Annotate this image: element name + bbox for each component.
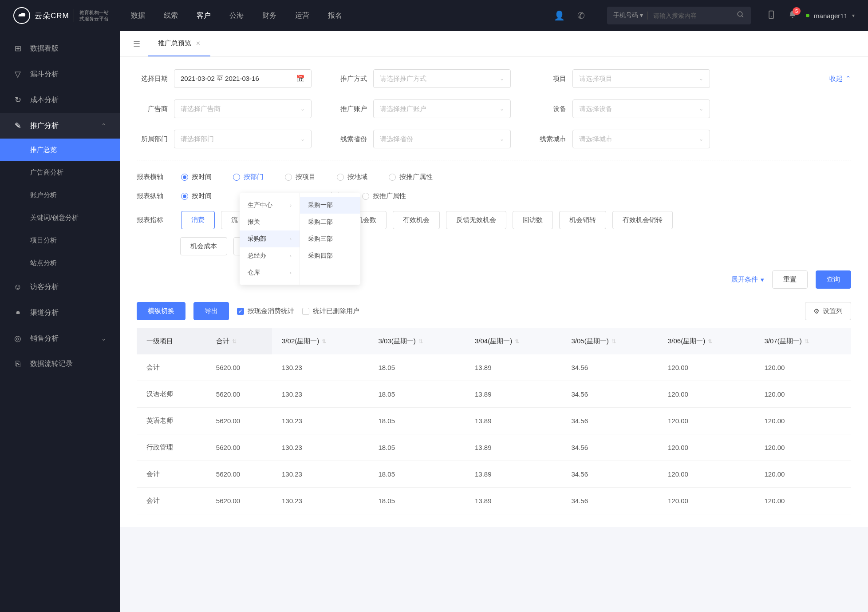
- metric-button[interactable]: 有效机会销转: [612, 211, 673, 229]
- radio-icon: [233, 174, 240, 181]
- chevron-down-icon: ⌄: [699, 106, 703, 112]
- top-nav-item[interactable]: 线索: [164, 11, 178, 20]
- top-nav-item[interactable]: 财务: [262, 11, 276, 20]
- radio-option[interactable]: 按部门: [233, 173, 264, 181]
- checkbox-deleted-users[interactable]: 统计已删除用户: [302, 307, 359, 315]
- search-input[interactable]: [648, 12, 737, 19]
- filter-select[interactable]: 请选择城市⌄: [572, 130, 710, 148]
- chevron-right-icon: ›: [290, 203, 292, 208]
- chevron-down-icon: ⌄: [500, 106, 504, 112]
- sidebar-item[interactable]: ⚭渠道分析: [0, 300, 120, 326]
- top-nav-item[interactable]: 数据: [131, 11, 145, 20]
- tab-promotion-overview[interactable]: 推广总预览 ✕: [148, 31, 210, 56]
- cascader-item[interactable]: 采购部›: [240, 230, 300, 247]
- search-icon[interactable]: [737, 11, 745, 20]
- mobile-icon[interactable]: [767, 9, 776, 22]
- table-header[interactable]: 3/06(星期一)⇅: [658, 328, 754, 354]
- switch-axis-button[interactable]: 横纵切换: [137, 302, 185, 320]
- cascader-item[interactable]: 采购一部: [300, 197, 360, 214]
- sidebar-sub-item[interactable]: 广告商分析: [0, 161, 120, 184]
- bell-icon[interactable]: 5: [788, 10, 797, 22]
- user-menu[interactable]: manager11 ▾: [806, 12, 855, 20]
- collapse-sidebar-icon[interactable]: ☰: [125, 39, 148, 49]
- cascader-item[interactable]: 总经办›: [240, 247, 300, 264]
- table-header[interactable]: 一级项目: [137, 328, 206, 354]
- cascader-item[interactable]: 采购四部: [300, 247, 360, 264]
- sidebar-sub-item[interactable]: 账户分析: [0, 184, 120, 207]
- radio-icon: [362, 193, 369, 200]
- cascader-item[interactable]: 生产中心›: [240, 197, 300, 214]
- filter-select[interactable]: 请选择部门⌄: [174, 130, 312, 148]
- configure-columns-button[interactable]: ⚙ 设置列: [805, 302, 851, 320]
- table-cell: 130.23: [272, 434, 368, 461]
- metric-button[interactable]: 回访数: [513, 211, 553, 229]
- sidebar-item[interactable]: ⎘数据流转记录: [0, 351, 120, 377]
- reset-button[interactable]: 重置: [772, 270, 808, 289]
- table-header[interactable]: 3/07(星期一)⇅: [754, 328, 851, 354]
- radio-option[interactable]: 按推广属性: [362, 192, 406, 200]
- sidebar-icon: ◎: [13, 334, 22, 343]
- sort-icon: ⇅: [805, 338, 809, 345]
- table-cell: 130.23: [272, 354, 368, 381]
- radio-option[interactable]: 按地域: [337, 173, 367, 181]
- close-icon[interactable]: ✕: [196, 40, 201, 47]
- sidebar-item[interactable]: ▽漏斗分析: [0, 61, 120, 87]
- user-icon[interactable]: 👤: [554, 10, 565, 21]
- table-header[interactable]: 3/02(星期一)⇅: [272, 328, 368, 354]
- table-header[interactable]: 合计⇅: [206, 328, 272, 354]
- radio-row-horizontal: 报表横轴 按时间按部门按项目按地域按推广属性: [137, 173, 851, 181]
- top-nav-item[interactable]: 公海: [229, 11, 244, 20]
- sidebar-item[interactable]: ⊞数据看版: [0, 36, 120, 61]
- cascader-item[interactable]: 采购二部: [300, 214, 360, 230]
- table-cell: 34.56: [561, 354, 658, 381]
- filter-select[interactable]: 请选择推广账户⌄: [373, 99, 511, 118]
- sidebar-item[interactable]: ◎销售分析⌄: [0, 326, 120, 351]
- table-header[interactable]: 3/03(星期一)⇅: [369, 328, 465, 354]
- radio-option[interactable]: 按项目: [285, 173, 316, 181]
- top-nav-item[interactable]: 运营: [295, 11, 309, 20]
- filter-select[interactable]: 请选择设备⌄: [572, 99, 710, 118]
- filter-select[interactable]: 请选择广告商⌄: [174, 99, 312, 118]
- filter-select[interactable]: 请选择推广方式⌄: [373, 69, 511, 88]
- top-nav-item[interactable]: 客户: [197, 11, 211, 20]
- metric-button[interactable]: 机会成本: [180, 237, 227, 255]
- sidebar-item[interactable]: ↻成本分析: [0, 87, 120, 113]
- table-header[interactable]: 3/04(星期一)⇅: [465, 328, 561, 354]
- filter-select[interactable]: 请选择省份⌄: [373, 130, 511, 148]
- cascader-item[interactable]: 报关: [240, 214, 300, 230]
- filter-group: 推广方式请选择推广方式⌄: [336, 69, 511, 88]
- metric-button[interactable]: 有效机会: [393, 211, 440, 229]
- radio-option[interactable]: 按时间: [181, 192, 212, 200]
- sidebar-icon: ☺: [13, 282, 22, 292]
- filter-select[interactable]: 2021-03-02 至 2021-03-16📅: [174, 69, 312, 88]
- table-header[interactable]: 3/05(星期一)⇅: [561, 328, 658, 354]
- filter-select[interactable]: 请选择项目⌄: [572, 69, 710, 88]
- sidebar-sub-item[interactable]: 站点分析: [0, 252, 120, 274]
- cascader-item[interactable]: 采购三部: [300, 230, 360, 247]
- filter-group: 广告商请选择广告商⌄: [137, 99, 312, 118]
- search-type-select[interactable]: 手机号码 ▾: [613, 12, 648, 20]
- sidebar-sub-item[interactable]: 推广总览: [0, 139, 120, 161]
- metric-button[interactable]: 反馈无效机会: [446, 211, 506, 229]
- collapse-filters-link[interactable]: 收起⌃: [829, 75, 851, 83]
- chevron-down-icon: ⌄: [500, 136, 504, 142]
- top-nav-item[interactable]: 报名: [328, 11, 342, 20]
- filter-group: 选择日期2021-03-02 至 2021-03-16📅: [137, 69, 312, 88]
- radio-option[interactable]: 按时间: [181, 173, 212, 181]
- sidebar-sub-item[interactable]: 关键词/创意分析: [0, 207, 120, 229]
- phone-nav-icon[interactable]: ✆: [577, 10, 585, 21]
- filter-label: 推广账户: [336, 105, 367, 113]
- export-button[interactable]: 导出: [193, 302, 229, 320]
- sidebar-sub-item[interactable]: 项目分析: [0, 229, 120, 252]
- metric-button[interactable]: 机会销转: [559, 211, 606, 229]
- query-button[interactable]: 查询: [816, 270, 851, 289]
- checkbox-cash-stats[interactable]: 按现金消费统计: [237, 307, 294, 315]
- table-cell: 13.89: [465, 488, 561, 514]
- radio-option[interactable]: 按推广属性: [389, 173, 433, 181]
- metric-button[interactable]: 消费: [181, 211, 215, 229]
- metric-label: 报表指标: [137, 216, 163, 224]
- cascader-item[interactable]: 仓库›: [240, 264, 300, 281]
- sidebar-item[interactable]: ☺访客分析: [0, 274, 120, 300]
- expand-conditions-link[interactable]: 展开条件▾: [731, 275, 764, 284]
- sidebar-item[interactable]: ✎推广分析⌃: [0, 113, 120, 139]
